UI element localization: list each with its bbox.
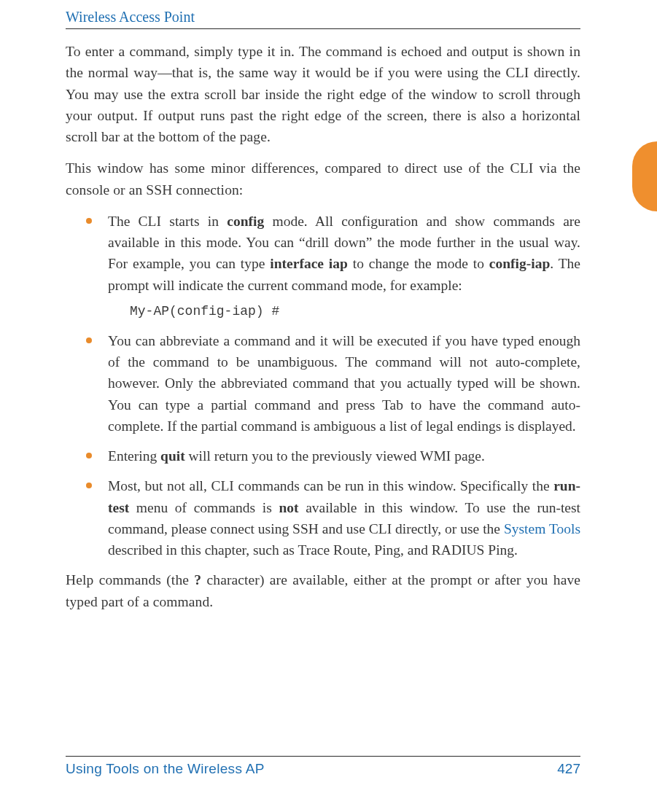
footer-left: Using Tools on the Wireless AP [66,761,265,777]
b4-a: Most, but not all, CLI commands can be r… [108,478,553,493]
footer-row: Using Tools on the Wireless AP 427 [66,761,580,777]
b4-b: menu of commands is [129,500,279,515]
b3-b: will return you to the previously viewed… [185,448,485,464]
bullet-3: Entering quit will return you to the pre… [66,445,580,466]
b1-config: config [227,214,264,229]
footer: Using Tools on the Wireless AP 427 [66,756,580,777]
page: Wireless Access Point To enter a command… [0,0,657,812]
header-rule [66,28,580,29]
bullet-1: The CLI starts in config mode. All confi… [66,211,580,321]
b4-d: described in this chapter, such as Trace… [108,542,518,558]
b1-cfgiap: config-iap [489,256,550,271]
paragraph-1: To enter a command, simply type it in. T… [66,41,580,147]
system-tools-link[interactable]: System Tools [504,521,580,536]
page-number: 427 [557,761,580,777]
bullet-4: Most, but not all, CLI commands can be r… [66,475,580,561]
b1-iface: interface iap [270,256,348,271]
bullet-2: You can abbreviate a command and it will… [66,330,580,437]
bullet-list: The CLI starts in config mode. All confi… [66,211,580,561]
b4-not: not [279,500,298,515]
b1-c: to change the mode to [348,256,489,271]
footer-rule [66,756,580,757]
b3-a: Entering [108,448,160,464]
b1-code: My-AP(config-iap) # [130,302,580,321]
p3-q: ? [194,572,201,587]
paragraph-3: Help commands (the ? character) are avai… [66,569,580,612]
paragraph-2: This window has some minor differences, … [66,157,580,200]
b3-quit: quit [160,448,185,464]
p1-dash: — [158,65,172,80]
b1-a: The CLI starts in [108,214,227,229]
header-title: Wireless Access Point [66,9,580,28]
p3-a: Help commands (the [66,572,194,587]
